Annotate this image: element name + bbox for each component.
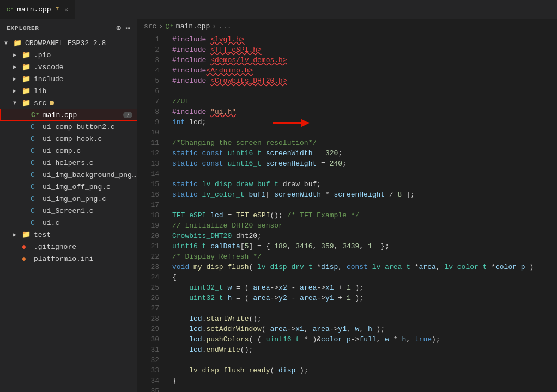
tab-label: main.cpp xyxy=(17,5,51,14)
sidebar-header: EXPLORER ⊕ ⋯ xyxy=(0,19,137,37)
code-lines: #include <lvgl.h> #include <TFT_eSPI.h> … xyxy=(164,34,557,392)
code-line-23: void my_disp_flush( lv_disp_drv_t *disp,… xyxy=(172,262,548,272)
tree-item-pio[interactable]: ▶ 📁 .pio xyxy=(0,49,137,61)
more-options-icon[interactable]: ⋯ xyxy=(126,23,131,33)
code-line-6 xyxy=(172,86,548,96)
code-line-7: //UI xyxy=(172,96,548,107)
folder-arrow-lib: ▶ xyxy=(13,88,22,94)
tree-label-src: src xyxy=(34,99,46,107)
editor-area[interactable]: 1 2 3 4 5 6 7 8 9 10 11 12 13 14 xyxy=(137,34,557,392)
tree-label-root: CROWPANEL_ESP32_2.8 xyxy=(25,39,106,47)
tree-label-ui-img-off: ui_img_off_png.c xyxy=(43,183,111,191)
code-line-21: uint16_t calData[5] = { 189, 3416, 359, … xyxy=(172,241,548,252)
ln-24: 24 xyxy=(142,272,159,283)
ln-12: 12 xyxy=(142,148,159,158)
tree-item-main-cpp[interactable]: ▶ C⁺ main.cpp 7 xyxy=(0,109,137,121)
sidebar-header-icons: ⊕ ⋯ xyxy=(116,23,131,33)
tree-item-ui-comp-button2[interactable]: ▶ C ui_comp_button2.c xyxy=(0,121,137,133)
file-badge-main: 7 xyxy=(123,112,132,118)
c-icon: C xyxy=(31,147,40,155)
tree-item-ui-img-background[interactable]: ▶ C ui_img_background_png.c xyxy=(0,169,137,181)
c-icon: C xyxy=(31,123,40,131)
ini-icon: ◆ xyxy=(22,254,32,263)
code-line-2: #include <TFT_eSPI.h> xyxy=(172,45,548,55)
tree-label-vscode: .vscode xyxy=(34,63,64,71)
folder-arrow-root: ▼ xyxy=(4,40,13,46)
ln-11: 11 xyxy=(142,138,159,148)
ln-19: 19 xyxy=(142,220,159,231)
c-icon: C xyxy=(31,207,40,215)
tree-label-test: test xyxy=(34,231,51,239)
tree-item-ui-comp[interactable]: ▶ C ui_comp.c xyxy=(0,145,137,157)
code-line-17 xyxy=(172,200,548,210)
tree-item-src[interactable]: ▼ 📁 src xyxy=(0,97,137,109)
breadcrumb-sep1: › xyxy=(159,22,163,30)
folder-arrow-include: ▶ xyxy=(13,76,22,82)
sidebar: EXPLORER ⊕ ⋯ ▼ 📁 CROWPANEL_ESP32_2.8 ▶ 📁… xyxy=(0,19,137,392)
code-line-15: static lv_disp_draw_buf_t draw_buf; xyxy=(172,179,548,189)
code-line-19: // Initialize DHT20 sensor xyxy=(172,220,548,231)
editor-panel: src › C⁺ main.cpp › ... xyxy=(137,19,557,392)
tab-main-cpp[interactable]: C⁺ main.cpp 7 ✕ xyxy=(0,0,75,19)
tree-item-ui[interactable]: ▶ C ui.c xyxy=(0,217,137,229)
code-line-35 xyxy=(172,386,548,392)
code-line-10 xyxy=(172,127,548,138)
tree-item-lib[interactable]: ▶ 📁 lib xyxy=(0,85,137,97)
ln-23: 23 xyxy=(142,262,159,272)
code-line-25: uint32_t w = ( area->x2 - area->x1 + 1 )… xyxy=(172,283,548,293)
ln-25: 25 xyxy=(142,283,159,293)
code-line-8: #include "ui.h" xyxy=(172,107,548,117)
tree-item-ui-comp-hook[interactable]: ▶ C ui_comp_hook.c xyxy=(0,133,137,145)
breadcrumb-src: src xyxy=(144,22,156,30)
ln-6: 6 xyxy=(142,86,159,96)
ln-21: 21 xyxy=(142,241,159,252)
tree-label-ui-comp-button2: ui_comp_button2.c xyxy=(43,123,115,131)
ln-17: 17 xyxy=(142,200,159,210)
code-line-16: static lv_color_t buf1[ screenWidth * sc… xyxy=(172,189,548,200)
ln-3: 3 xyxy=(142,55,159,65)
code-container: 1 2 3 4 5 6 7 8 9 10 11 12 13 14 xyxy=(137,34,557,392)
code-line-33: lv_disp_flush_ready( disp ); xyxy=(172,365,548,376)
code-line-24: { xyxy=(172,272,548,283)
folder-icon-src: 📁 xyxy=(22,99,32,107)
tree-item-gitignore[interactable]: ▶ ◆ .gitignore xyxy=(0,241,137,253)
tree-item-platformio[interactable]: ▶ ◆ platformio.ini xyxy=(0,253,137,265)
folder-icon-pio: 📁 xyxy=(22,51,32,59)
tree-item-ui-helpers[interactable]: ▶ C ui_helpers.c xyxy=(0,157,137,169)
code-line-28: lcd.startWrite(); xyxy=(172,314,548,324)
c-icon: C xyxy=(31,195,40,203)
folder-arrow-vscode: ▶ xyxy=(13,64,22,70)
tree-label-include: include xyxy=(34,75,64,83)
tree-item-ui-screen1[interactable]: ▶ C ui_Screen1.c xyxy=(0,205,137,217)
ln-34: 34 xyxy=(142,376,159,386)
tree-label-ui-img-on: ui_img_on_png.c xyxy=(43,195,106,203)
tree-label-ui: ui.c xyxy=(43,219,59,227)
folder-icon-test: 📁 xyxy=(22,230,32,239)
folder-icon-vscode: 📁 xyxy=(22,63,32,71)
tree-item-test[interactable]: ▶ 📁 test xyxy=(0,229,137,241)
ln-9: 9 xyxy=(142,117,159,127)
tree-item-vscode[interactable]: ▶ 📁 .vscode xyxy=(0,61,137,73)
ln-16: 16 xyxy=(142,189,159,200)
app-container: C⁺ main.cpp 7 ✕ EXPLORER ⊕ ⋯ ▼ 📁 CROWPAN… xyxy=(0,0,557,392)
tree-label-gitignore: .gitignore xyxy=(34,243,76,251)
folder-arrow-pio: ▶ xyxy=(13,52,22,58)
ln-35: 35 xyxy=(142,386,159,392)
tab-badge: 7 xyxy=(56,6,59,13)
tree-label-ui-comp-hook: ui_comp_hook.c xyxy=(43,135,102,143)
ln-22: 22 xyxy=(142,252,159,262)
ln-28: 28 xyxy=(142,314,159,324)
ln-13: 13 xyxy=(142,158,159,169)
tab-close-button[interactable]: ✕ xyxy=(64,6,68,13)
tree-label-ui-comp: ui_comp.c xyxy=(43,147,81,155)
tree-item-root[interactable]: ▼ 📁 CROWPANEL_ESP32_2.8 xyxy=(0,37,137,49)
new-file-icon[interactable]: ⊕ xyxy=(116,23,121,33)
tree-item-ui-img-on[interactable]: ▶ C ui_img_on_png.c xyxy=(0,193,137,205)
c-icon: C xyxy=(31,135,40,143)
tree-item-include[interactable]: ▶ 📁 include xyxy=(0,73,137,85)
tree-item-ui-img-off[interactable]: ▶ C ui_img_off_png.c xyxy=(0,181,137,193)
ln-18: 18 xyxy=(142,210,159,220)
ln-33: 33 xyxy=(142,365,159,376)
c-icon: C xyxy=(31,183,40,191)
ln-20: 20 xyxy=(142,231,159,241)
